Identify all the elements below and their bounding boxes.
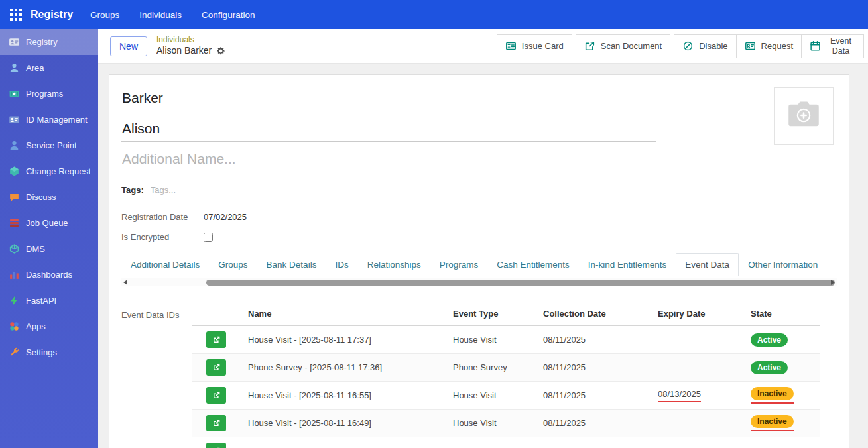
gear-icon[interactable]: [216, 46, 225, 56]
sidebar-item-dms[interactable]: DMS: [0, 236, 98, 262]
sidebar-item-label: Job Queue: [26, 218, 68, 228]
sidebar-item-fastapi[interactable]: FastAPI: [0, 288, 98, 313]
sidebar-item-label: Apps: [26, 321, 46, 331]
family-name-field[interactable]: [121, 87, 656, 111]
table-row[interactable]: House Visit - [2025-08-11 17:37] House V…: [192, 326, 820, 354]
cell-name[interactable]: Phone Survey - [2025-08-11 17:36]: [243, 354, 448, 382]
cell-collection-date: 08/11/2025: [538, 326, 652, 354]
issue-card-icon: [505, 40, 517, 52]
tags-input[interactable]: [149, 183, 262, 197]
cell-name[interactable]: House Visit - [2025-08-11 16:49]: [243, 410, 448, 437]
open-record-button[interactable]: [206, 331, 226, 348]
sidebar-item-id-management[interactable]: ID Management: [0, 107, 98, 133]
sidebar-item-label: Dashboards: [26, 270, 72, 280]
record-card: Tags: Registration Date 07/02/2025 Is En…: [109, 74, 849, 448]
cell-expiry-date: [652, 410, 745, 437]
column-header-event-type[interactable]: Event Type: [448, 302, 538, 326]
sidebar-item-label: Programs: [26, 89, 63, 99]
menu-groups[interactable]: Groups: [90, 10, 119, 20]
scrollbar-thumb[interactable]: [206, 280, 835, 286]
table-row[interactable]: [192, 437, 820, 448]
tab-relationships[interactable]: Relationships: [358, 253, 430, 276]
top-navbar: Registry Groups Individuals Configuratio…: [0, 0, 868, 29]
column-header-expiry-date[interactable]: Expiry Date: [652, 302, 745, 326]
sidebar-item-settings[interactable]: Settings: [0, 339, 98, 365]
breadcrumb-current: Alison Barker: [156, 45, 212, 57]
is-encrypted-checkbox[interactable]: [204, 233, 213, 242]
area-icon: [9, 62, 20, 74]
fastapi-icon: [9, 295, 20, 306]
request-button[interactable]: Request: [736, 34, 802, 58]
sidebar-item-label: ID Management: [26, 115, 88, 125]
additional-name-field[interactable]: [121, 148, 656, 172]
tab-cash-entitlements[interactable]: Cash Entitlements: [487, 253, 579, 276]
event-data-icon: [810, 40, 821, 52]
dms-icon: [9, 243, 20, 254]
column-header-state[interactable]: State: [745, 302, 820, 326]
is-encrypted-label: Is Encrypted: [121, 232, 193, 242]
cell-event-type: House Visit: [448, 382, 538, 410]
open-record-button[interactable]: [206, 359, 226, 376]
tags-row: Tags:: [121, 183, 837, 197]
breadcrumb-parent-link[interactable]: Individuals: [156, 35, 225, 45]
sidebar-item-discuss[interactable]: Discuss: [0, 184, 98, 210]
menu-individuals[interactable]: Individuals: [139, 10, 182, 20]
tab-bank-details[interactable]: Bank Details: [257, 253, 326, 276]
sidebar-item-programs[interactable]: Programs: [0, 81, 98, 107]
status-badge: Active: [751, 333, 788, 347]
sidebar-item-label: Area: [26, 63, 44, 73]
dashboards-icon: [9, 269, 20, 280]
scan-document-button[interactable]: Scan Document: [576, 34, 671, 58]
horizontal-scrollbar[interactable]: [121, 278, 837, 286]
status-badge: Inactive: [751, 387, 794, 400]
tab-groups[interactable]: Groups: [209, 253, 257, 276]
main-content: New Individuals Alison Barker Issue Card: [98, 29, 868, 448]
registration-date-label: Registration Date: [121, 212, 193, 222]
table-row[interactable]: House Visit - [2025-08-11 16:49] House V…: [192, 410, 820, 437]
registry-icon: [9, 36, 20, 48]
cell-collection-date: 08/11/2025: [538, 354, 652, 382]
app-title[interactable]: Registry: [31, 9, 73, 21]
scroll-left-arrow-icon[interactable]: [123, 280, 127, 285]
programs-icon: [9, 88, 20, 99]
column-header-name[interactable]: Name: [243, 302, 448, 326]
sidebar-item-job-queue[interactable]: Job Queue: [0, 210, 98, 236]
sidebar-item-change-request[interactable]: Change Request: [0, 158, 98, 184]
tab-programs[interactable]: Programs: [430, 253, 488, 276]
is-encrypted-row: Is Encrypted: [121, 232, 837, 242]
given-name-field[interactable]: [121, 117, 656, 142]
sidebar-item-service-point[interactable]: Service Point: [0, 133, 98, 158]
sidebar-item-area[interactable]: Area: [0, 55, 98, 81]
tab-other-information[interactable]: Other Information: [739, 253, 827, 276]
sidebar-item-label: Change Request: [26, 166, 91, 176]
table-row[interactable]: Phone Survey - [2025-08-11 17:36] Phone …: [192, 354, 820, 382]
event-data-section: Event Data IDs Name Event Type Collectio…: [121, 302, 837, 448]
scroll-right-arrow-icon[interactable]: [831, 280, 835, 285]
new-button[interactable]: New: [110, 36, 147, 56]
job-queue-icon: [9, 217, 20, 229]
disable-button[interactable]: Disable: [674, 34, 736, 58]
sidebar-item-apps[interactable]: Apps: [0, 313, 98, 339]
cell-name[interactable]: House Visit - [2025-08-11 17:37]: [243, 326, 448, 354]
secondary-actions-group: Disable Request Event Data: [674, 34, 864, 58]
open-record-button[interactable]: [206, 387, 226, 404]
apps-grid-icon[interactable]: [9, 8, 23, 21]
event-data-ids-label: Event Data IDs: [121, 302, 192, 448]
sidebar-item-registry[interactable]: Registry: [0, 29, 98, 55]
tab-event-data[interactable]: Event Data: [676, 253, 739, 276]
column-header-collection-date[interactable]: Collection Date: [538, 302, 652, 326]
open-record-button[interactable]: [206, 443, 226, 448]
event-data-button[interactable]: Event Data: [801, 34, 864, 58]
tags-label: Tags:: [121, 185, 144, 195]
tab-in-kind-entitlements[interactable]: In-kind Entitlements: [579, 253, 676, 276]
sidebar-item-dashboards[interactable]: Dashboards: [0, 262, 98, 288]
open-record-button[interactable]: [206, 415, 226, 431]
table-row[interactable]: House Visit - [2025-08-11 16:55] House V…: [192, 382, 820, 410]
issue-card-button[interactable]: Issue Card: [497, 34, 572, 58]
menu-configuration[interactable]: Configuration: [202, 10, 255, 20]
tab-ids[interactable]: IDs: [326, 253, 357, 276]
cell-event-type: House Visit: [448, 410, 538, 437]
cell-name[interactable]: House Visit - [2025-08-11 16:55]: [243, 382, 448, 410]
photo-placeholder[interactable]: [774, 87, 834, 145]
tab-additional-details[interactable]: Additional Details: [121, 253, 209, 276]
